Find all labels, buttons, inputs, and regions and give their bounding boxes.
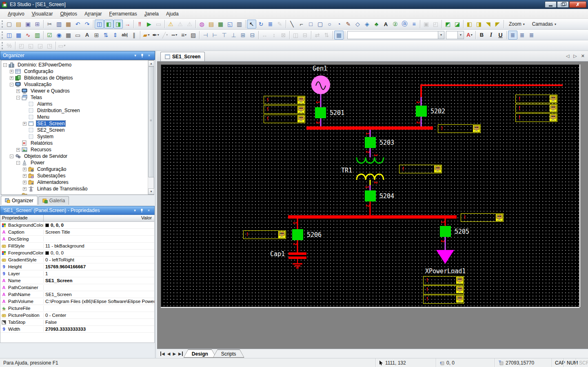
setpoint-monitor-icon[interactable]	[456, 296, 463, 303]
setpoint-monitor-icon[interactable]	[434, 166, 441, 172]
ungroup-button[interactable]: ◰	[431, 20, 440, 29]
tree-item-alimentadores[interactable]: +Alimentadores	[1, 179, 154, 186]
first-sheet-button[interactable]: ◀	[160, 352, 165, 356]
scale-button[interactable]: %	[4, 41, 14, 50]
tree-item-viewer-e-quadros[interactable]: +Viewer e Quadros	[1, 88, 154, 94]
screen-list-button[interactable]: ◨	[113, 20, 123, 29]
transformer-secondary-winding[interactable]	[357, 174, 384, 180]
property-value[interactable]: SE1_Screen	[44, 292, 154, 297]
polygon-tool[interactable]: ◇	[353, 20, 362, 29]
align-bottoms-button[interactable]: ⊥	[229, 31, 238, 40]
transformer-primary-winding[interactable]	[357, 157, 384, 163]
breaker-5204[interactable]	[365, 190, 376, 201]
tree-expander-expand[interactable]: +	[16, 148, 20, 152]
fill-color-button[interactable]: ▰▾	[142, 31, 151, 40]
property-row-pathcontainer[interactable]: A PathContainer	[0, 284, 154, 291]
scroll-up-button[interactable]: ▲	[148, 60, 154, 66]
link-tag-button[interactable]: ◩	[443, 20, 453, 29]
redo-button[interactable]: ↷	[82, 20, 92, 29]
align-center-h-button[interactable]: ⊞	[238, 31, 248, 40]
undo-button[interactable]: ↶	[73, 20, 82, 29]
tree-item-system[interactable]: System	[1, 133, 154, 140]
property-row-backgroundcolor[interactable]: BackgroundColor 0, 0, 0	[0, 222, 154, 229]
align-center-v-button[interactable]: ⊟	[248, 31, 257, 40]
tab-order-button[interactable]: ≣	[266, 20, 275, 29]
property-row-pathname[interactable]: A PathName SE1_Screen	[0, 291, 154, 298]
editbox-tool[interactable]: ⓐ	[400, 20, 409, 29]
close-button[interactable]: ✗	[569, 1, 586, 8]
freehand-tool[interactable]: ✎	[344, 20, 353, 29]
ack-alarms-button[interactable]: ▶	[144, 20, 154, 29]
property-value[interactable]: 15769.9604166667	[44, 264, 154, 269]
property-value[interactable]: 1	[44, 271, 154, 276]
paste-button[interactable]: ▦	[64, 20, 73, 29]
property-row-caption[interactable]: A Caption Screen Title	[0, 229, 154, 236]
scrollbar-tool[interactable]: ⇕	[111, 31, 120, 40]
device-label-5203[interactable]: 5203	[379, 139, 394, 146]
save-button[interactable]: ▣	[23, 20, 33, 29]
menu-arquivo[interactable]: Arquivo	[4, 10, 28, 18]
tree-item-visualiza-o[interactable]: -Visualização	[1, 81, 154, 88]
open-screen-button[interactable]: ◧	[104, 20, 113, 29]
viewer-frames-button[interactable]: ◫	[4, 31, 14, 40]
tab-organizer[interactable]: Organizer	[1, 196, 38, 205]
property-row-tabstop[interactable]: TabStop False	[0, 319, 154, 326]
property-value[interactable]: 0 - Center	[44, 313, 154, 318]
line-tool[interactable]: ╲	[287, 20, 297, 29]
tree-expander-expand[interactable]: +	[10, 70, 13, 73]
setpoint-monitor-icon[interactable]	[297, 115, 304, 122]
setpoint-monitor-icon[interactable]	[297, 97, 304, 104]
property-row-layer[interactable]: 9 Layer 1	[0, 270, 154, 277]
tree-expander-expand[interactable]: +	[16, 89, 20, 93]
zoom-dropdown-button[interactable]: Zoom▾	[505, 20, 528, 28]
align-text-center-button[interactable]: ≣	[517, 31, 527, 40]
setpoint-monitor-icon[interactable]	[496, 214, 503, 221]
grid-toggle-button[interactable]: ▦	[334, 31, 344, 40]
alarm-display-box[interactable]: !	[438, 124, 481, 133]
alarm-display-box[interactable]: !	[264, 105, 305, 114]
tree-item-telas[interactable]: -Telas	[1, 94, 154, 101]
breaker-5205[interactable]	[440, 226, 451, 237]
property-row-picturefile[interactable]: PictureFile	[0, 305, 154, 312]
datagrid-tool[interactable]: ▦	[64, 31, 73, 40]
tree-item-power[interactable]: -Power	[1, 159, 154, 166]
size-to-grid-button[interactable]: ◰	[17, 41, 26, 50]
tab-scroll-right-button[interactable]: ▷	[573, 53, 577, 59]
tree-expander-expand[interactable]: +	[10, 76, 13, 80]
alarm-warning3-button[interactable]: ⚠	[185, 20, 194, 29]
brush-color-button[interactable]: ✒▾	[151, 31, 160, 40]
device-label-5201[interactable]: 5201	[330, 109, 344, 117]
color-wheel-button[interactable]: ◍	[197, 20, 206, 29]
property-row-width[interactable]: 9 Width 27093.3333333333	[0, 326, 154, 333]
tree-expander-collapse[interactable]: -	[16, 161, 20, 165]
tree-expander-expand[interactable]: +	[23, 174, 27, 178]
device-label-tr1[interactable]: TR1	[341, 167, 352, 174]
properties-menu-button[interactable]: ▾	[132, 208, 138, 213]
tree-expander-expand[interactable]: +	[23, 168, 27, 171]
button-tool[interactable]: ▭	[73, 31, 82, 40]
tree-expander-expand[interactable]: +	[23, 122, 27, 126]
label-tool[interactable]: A	[82, 31, 92, 40]
alarm-display-box[interactable]: !	[423, 285, 464, 294]
tree-scrollbar[interactable]: ▲ ▼	[148, 60, 154, 195]
select-cursor-button[interactable]: ↖	[247, 20, 256, 29]
rounded-rectangle-tool[interactable]: ▢	[315, 20, 325, 29]
rectangle-tool[interactable]: □	[306, 20, 315, 29]
breaker-5201[interactable]	[315, 107, 326, 118]
tree-expander-expand[interactable]: +	[23, 187, 27, 191]
scroll-down-button[interactable]: ▼	[148, 188, 154, 195]
property-value[interactable]: 0, 0, 0	[44, 250, 154, 255]
tree-expander-expand[interactable]: +	[23, 181, 27, 184]
space-down-button[interactable]: ⇅	[322, 31, 331, 40]
document-tab-se1-screen[interactable]: SE1_Screen	[160, 52, 205, 61]
tree-expander-collapse[interactable]: -	[10, 83, 13, 86]
line-width-button[interactable]: ≡▾	[179, 31, 189, 40]
menu-arranjar[interactable]: Arranjar	[81, 10, 106, 18]
restore-button[interactable]	[557, 1, 569, 8]
tab-scripts[interactable]: Scripts	[213, 349, 244, 358]
property-value[interactable]: SE1_Screen	[44, 278, 154, 283]
checkbox-tool[interactable]: ☑	[45, 31, 54, 40]
breaker-5203[interactable]	[365, 137, 376, 148]
tree-item-partial[interactable]	[1, 192, 154, 195]
property-row-fillstyle[interactable]: FillStyle 11 - bkBackground	[0, 243, 154, 250]
